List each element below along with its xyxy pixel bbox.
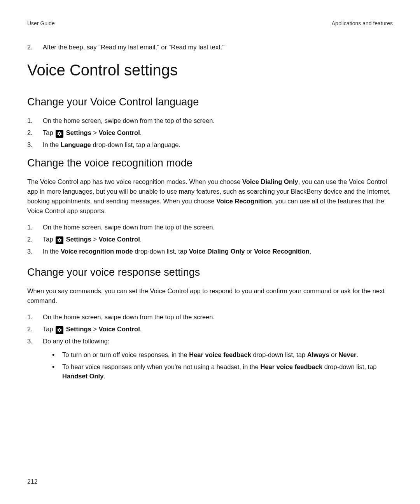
list-item: In the Language drop-down list, tap a la… [27,140,393,150]
section-recognition-mode-title: Change the voice recognition mode [27,157,393,169]
list-item: Do any of the following: To turn on or t… [27,336,393,383]
gear-icon [56,130,63,138]
list-item: On the home screen, swipe down from the … [27,222,393,232]
step-text: On the home screen, swipe down from the … [43,222,393,232]
step-text: Tap Settings > Voice Control. [43,128,393,138]
step-text: Do any of the following: To turn on or t… [43,336,393,383]
page-number: 212 [27,478,38,485]
intro-step-text: After the beep, say "Read my last email,… [43,43,224,52]
list-item: In the Voice recognition mode drop-down … [27,247,393,256]
section3-steps: On the home screen, swipe down from the … [27,312,393,383]
section2-steps: On the home screen, swipe down from the … [27,222,393,256]
section1-steps: On the home screen, swipe down from the … [27,116,393,150]
step-text: On the home screen, swipe down from the … [43,116,393,126]
header-right: Applications and features [332,20,393,26]
section-change-language-title: Change your Voice Control language [27,96,393,108]
step-text: Tap Settings > Voice Control. [43,234,393,244]
step-text: In the Language drop-down list, tap a la… [43,140,393,150]
list-item: Tap Settings > Voice Control. [27,324,393,334]
section-voice-response-title: Change your voice response settings [27,266,393,278]
page-title: Voice Control settings [27,61,393,79]
step-text: In the Voice recognition mode drop-down … [43,247,393,256]
intro-step: 2. After the beep, say "Read my last ema… [27,43,393,52]
page-header: User Guide Applications and features [27,20,393,26]
list-item: Tap Settings > Voice Control. [27,128,393,138]
list-item: To turn on or turn off voice responses, … [52,350,393,360]
list-item: To hear voice responses only when you're… [52,362,393,382]
intro-step-number: 2. [27,43,43,52]
list-item: Tap Settings > Voice Control. [27,234,393,244]
section2-paragraph: The Voice Control app has two voice reco… [27,177,393,215]
header-left: User Guide [27,20,55,26]
gear-icon [56,236,63,244]
step-text: Tap Settings > Voice Control. [43,324,393,334]
list-item: On the home screen, swipe down from the … [27,312,393,322]
gear-icon [56,326,63,334]
list-item: On the home screen, swipe down from the … [27,116,393,126]
step-text: On the home screen, swipe down from the … [43,312,393,322]
section3-paragraph: When you say commands, you can set the V… [27,286,393,306]
section3-bullets: To turn on or turn off voice responses, … [52,350,393,381]
